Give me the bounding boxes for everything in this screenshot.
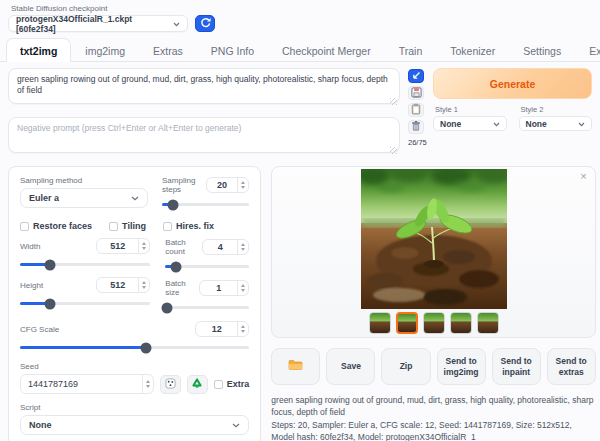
tab[interactable]: Extras xyxy=(139,38,197,62)
height-input[interactable]: 512 xyxy=(96,277,150,293)
prompt-input[interactable]: green sapling rowing out of ground, mud,… xyxy=(8,68,400,104)
batch-count-label: Batch count xyxy=(165,238,202,256)
tab[interactable]: Settings xyxy=(509,38,575,62)
checkbox-box-icon[interactable] xyxy=(20,222,29,231)
cfg-scale-label: CFG Scale xyxy=(20,325,59,334)
checkpoint-select[interactable]: protogenX34OfficialR_1.ckpt [60fe2f34] xyxy=(8,15,188,32)
recycle-icon xyxy=(191,377,203,392)
tab[interactable]: Tokenizer xyxy=(436,38,509,62)
action-button[interactable]: Save xyxy=(326,348,375,385)
gallery-thumbnail[interactable] xyxy=(450,312,472,334)
sampling-method-label: Sampling method xyxy=(20,176,148,185)
chevron-down-icon xyxy=(493,119,500,129)
cfg-scale-slider[interactable] xyxy=(20,342,249,353)
slider-knob[interactable] xyxy=(161,302,172,313)
sampling-steps-slider[interactable] xyxy=(162,199,249,210)
diagonal-arrow-icon xyxy=(411,69,421,84)
action-button[interactable]: Send to extras xyxy=(547,348,596,385)
style1-value: None xyxy=(440,119,461,129)
token-counter: 26/75 xyxy=(408,138,425,147)
resize-handle-icon[interactable] xyxy=(390,98,397,105)
reuse-seed-button[interactable] xyxy=(187,375,208,394)
refresh-checkpoints-button[interactable] xyxy=(195,15,215,32)
style2-block: Style 2 None xyxy=(519,105,593,131)
style1-select[interactable]: None xyxy=(433,116,507,131)
spinner-icon[interactable] xyxy=(237,322,248,336)
spinner-icon[interactable] xyxy=(237,281,248,295)
batch-count-input[interactable]: 4 xyxy=(202,239,249,255)
action-button[interactable]: Zip xyxy=(381,348,430,385)
width-label: Width xyxy=(20,242,40,251)
width-slider[interactable] xyxy=(20,259,150,270)
save-style-button[interactable] xyxy=(408,86,424,100)
generate-button[interactable]: Generate xyxy=(433,68,592,99)
extra-seed-checkbox[interactable]: Extra xyxy=(214,379,250,389)
slider-knob[interactable] xyxy=(171,261,182,272)
negative-prompt-input[interactable] xyxy=(8,117,400,153)
seed-label: Seed xyxy=(20,362,249,371)
checkbox-box-icon[interactable] xyxy=(163,222,172,231)
paste-params-button[interactable] xyxy=(408,69,424,83)
tab[interactable]: Extensions xyxy=(575,38,600,62)
spinner-icon[interactable] xyxy=(142,375,153,393)
chevron-down-icon xyxy=(131,193,139,203)
script-value: None xyxy=(29,420,52,430)
slider-knob[interactable] xyxy=(44,298,55,309)
slider-knob[interactable] xyxy=(44,259,55,270)
height-slider[interactable] xyxy=(20,298,150,309)
sampling-steps-input[interactable]: 20 xyxy=(206,177,250,193)
gallery-thumbnail[interactable] xyxy=(369,312,391,334)
cfg-scale-input[interactable]: 12 xyxy=(195,321,249,337)
sampling-method-value: Euler a xyxy=(29,193,59,203)
main-content: Sampling method Euler a Sampling steps 2… xyxy=(0,157,600,441)
prompt-region: green sapling rowing out of ground, mud,… xyxy=(0,62,600,157)
info-prompt-line: green sapling rowing out of ground, mud,… xyxy=(271,394,595,419)
checkbox-box-icon[interactable] xyxy=(214,380,223,389)
feature-checkbox-row: Restore facesTilingHires. fix xyxy=(20,221,249,231)
action-button[interactable]: Send to inpaint xyxy=(492,348,541,385)
checkbox-box-icon[interactable] xyxy=(109,222,118,231)
tab[interactable]: PNG Info xyxy=(197,38,268,62)
slider-knob[interactable] xyxy=(168,199,179,210)
chevron-down-icon xyxy=(232,420,240,430)
batch-size-value: 1 xyxy=(200,281,237,295)
info-params-line: Steps: 20, Sampler: Euler a, CFG scale: … xyxy=(271,419,595,441)
tab[interactable]: Checkpoint Merger xyxy=(268,38,385,62)
action-button[interactable]: Send to img2img xyxy=(437,348,486,385)
gallery-thumbnail[interactable] xyxy=(396,312,418,334)
tab[interactable]: Train xyxy=(385,38,437,62)
sampling-method-select[interactable]: Euler a xyxy=(20,188,148,208)
batch-size-input[interactable]: 1 xyxy=(199,280,249,296)
generated-image[interactable] xyxy=(361,169,507,309)
clipboard-icon xyxy=(411,103,421,118)
feature-checkbox[interactable]: Tiling xyxy=(109,221,146,231)
apply-style-button[interactable] xyxy=(408,103,424,117)
spinner-icon[interactable] xyxy=(138,239,149,253)
tab[interactable]: img2img xyxy=(71,38,139,62)
sampling-steps-value: 20 xyxy=(207,178,238,192)
script-select[interactable]: None xyxy=(20,415,249,435)
slider-knob[interactable] xyxy=(141,342,152,353)
checkpoint-value: protogenX34OfficialR_1.ckpt [60fe2f34] xyxy=(16,14,173,34)
open-folder-button[interactable] xyxy=(271,348,320,385)
spinner-icon[interactable] xyxy=(138,278,149,292)
gallery-thumbnail[interactable] xyxy=(423,312,445,334)
tab[interactable]: txt2img xyxy=(6,38,71,62)
clear-prompt-button[interactable] xyxy=(408,120,424,134)
spinner-icon[interactable] xyxy=(237,240,248,254)
trash-icon xyxy=(411,120,421,135)
height-value: 512 xyxy=(97,278,138,292)
feature-checkbox[interactable]: Restore faces xyxy=(20,221,92,231)
spinner-icon[interactable] xyxy=(237,178,248,192)
seed-input[interactable]: 1441787169 xyxy=(20,374,154,394)
random-seed-button[interactable] xyxy=(160,375,181,394)
close-icon[interactable]: × xyxy=(580,171,586,182)
settings-panel: Sampling method Euler a Sampling steps 2… xyxy=(8,166,261,441)
feature-checkbox[interactable]: Hires. fix xyxy=(163,221,214,231)
batch-size-slider[interactable] xyxy=(165,302,249,313)
batch-count-slider[interactable] xyxy=(165,261,249,272)
width-input[interactable]: 512 xyxy=(96,238,150,254)
gallery-thumbnail[interactable] xyxy=(477,312,499,334)
style2-select[interactable]: None xyxy=(519,116,593,131)
resize-handle-icon[interactable] xyxy=(390,147,397,154)
